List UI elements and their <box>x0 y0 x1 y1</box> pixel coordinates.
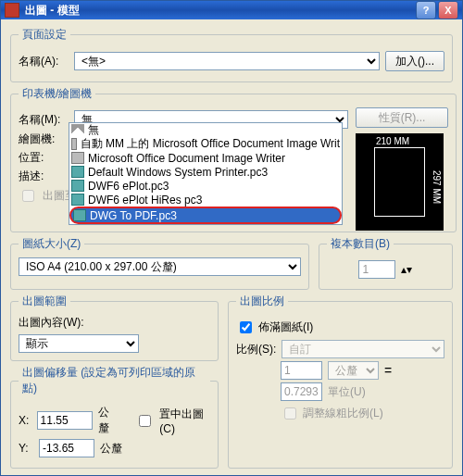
scale-den-input <box>281 382 322 401</box>
offset-legend: 出圖偏移量 (設定為可列印區域的原點) <box>19 365 210 396</box>
copies-legend: 複本數目(B) <box>327 236 394 252</box>
list-item[interactable]: DWF6 ePlot.pc3 <box>69 179 342 193</box>
help-button[interactable]: ? <box>416 1 436 19</box>
scale-legend: 出圖比例 <box>236 294 288 309</box>
y-input[interactable] <box>39 439 94 457</box>
printer-group: 印表機/繪圖機 名稱(M): 無 繪圖機: 位置: 描述: 出圖至 <box>10 86 457 232</box>
plotter-icon <box>71 194 84 206</box>
plot-to-file-checkbox <box>22 190 34 202</box>
center-checkbox[interactable] <box>139 415 151 427</box>
none-icon <box>71 124 84 136</box>
preview-height-label: 297 MM <box>432 170 442 204</box>
ratio-select: 自訂 <box>282 340 444 358</box>
list-item[interactable]: 自動 MM 上的 Microsoft Office Document Image… <box>69 137 342 151</box>
list-item[interactable]: 無 <box>69 123 342 137</box>
copies-group: 複本數目(B) ▴▾ <box>319 236 453 290</box>
paper-preview: 210 MM 297 MM <box>356 133 444 231</box>
x-input[interactable] <box>37 411 93 430</box>
plot-area-group: 出圖範圍 出圖內容(W): 顯示 <box>10 294 219 361</box>
what-to-plot-label: 出圖內容(W): <box>19 315 210 331</box>
properties-button: 性質(R)... <box>356 107 448 128</box>
y-label: Y: <box>19 442 33 455</box>
printer-dropdown-list: 無 自動 MM 上的 Microsoft Office Document Ima… <box>69 122 343 225</box>
list-item[interactable]: DWF6 ePlot HiRes pc3 <box>69 193 342 207</box>
window-title: 出圖 - 模型 <box>25 3 80 19</box>
ratio-label: 比例(S): <box>236 342 276 357</box>
title-bar: 出圖 - 模型 ? X <box>1 1 462 19</box>
list-item-selected[interactable]: DWG To PDF.pc3 <box>69 207 342 224</box>
list-item[interactable]: Default Windows System Printer.pc3 <box>69 165 342 179</box>
plotter-icon <box>73 209 86 221</box>
plotter-icon <box>71 180 84 192</box>
page-setup-name-select[interactable]: <無> <box>74 52 380 70</box>
paper-size-group: 圖紙大小(Z) ISO A4 (210.00 x 297.00 公釐) <box>10 236 309 290</box>
paper-size-select[interactable]: ISO A4 (210.00 x 297.00 公釐) <box>19 257 301 276</box>
x-label: X: <box>19 414 31 427</box>
printer-legend: 印表機/繪圖機 <box>19 86 95 102</box>
printer-icon <box>71 152 84 164</box>
name-label: 名稱(A): <box>19 54 69 69</box>
desc-label: 描述: <box>19 169 69 184</box>
equals-label: = <box>384 363 392 378</box>
paper-size-legend: 圖紙大小(Z) <box>19 236 84 252</box>
lineweight-checkbox <box>284 407 296 420</box>
what-to-plot-select[interactable]: 顯示 <box>19 334 139 353</box>
scale-unit-select: 公釐 <box>328 361 379 380</box>
preview-width-label: 210 MM <box>376 136 409 146</box>
fit-checkbox[interactable] <box>240 321 252 333</box>
x-unit: 公釐 <box>98 405 117 436</box>
plotter-icon <box>71 166 84 178</box>
scale-group: 出圖比例 佈滿圖紙(I) 比例(S): 自訂 公釐 = <box>228 294 453 469</box>
spinner-icon: ▴▾ <box>401 263 412 276</box>
close-button[interactable]: X <box>438 1 458 19</box>
lineweight-label: 調整線粗比例(L) <box>303 406 383 421</box>
printer-icon <box>71 138 77 150</box>
copies-input <box>358 260 395 279</box>
scale-num-input <box>281 361 322 380</box>
plot-area-legend: 出圖範圍 <box>19 294 70 309</box>
app-icon <box>5 3 19 18</box>
center-label: 置中出圖(C) <box>159 407 210 435</box>
fit-label: 佈滿圖紙(I) <box>258 319 313 335</box>
printer-name-label: 名稱(M): <box>19 112 69 128</box>
plotter-label: 繪圖機: <box>19 132 69 147</box>
page-setup-legend: 頁面設定 <box>19 27 70 43</box>
add-button[interactable]: 加入()... <box>385 51 444 71</box>
y-unit: 公釐 <box>100 441 122 457</box>
list-item[interactable]: Microsoft Office Document Image Writer <box>69 151 342 165</box>
page-setup-group: 頁面設定 名稱(A): <無> 加入()... <box>10 27 453 82</box>
location-label: 位置: <box>19 150 69 166</box>
unit2-label: 單位(U) <box>328 384 366 400</box>
offset-group: 出圖偏移量 (設定為可列印區域的原點) X: 公釐 置中出圖(C) Y: 公釐 <box>10 365 219 469</box>
